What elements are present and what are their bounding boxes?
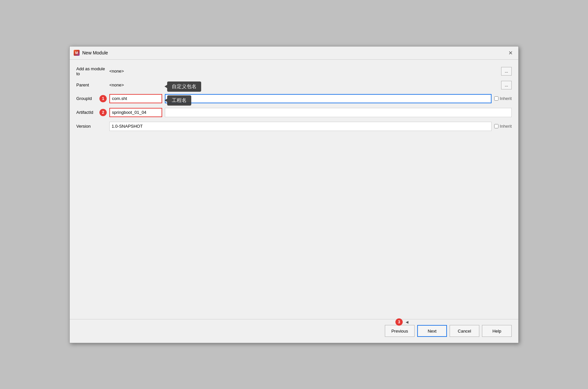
title-left: M New Module (74, 50, 108, 56)
badge-3: 3 (395, 318, 403, 326)
version-label: Version (76, 124, 109, 129)
version-inherit-checkbox[interactable] (494, 124, 498, 128)
groupid-inherit-label: Inherit (494, 96, 512, 101)
previous-button[interactable]: Previous (385, 325, 415, 337)
badge-3-area: 3 ◄ (395, 318, 409, 326)
groupid-input[interactable] (109, 94, 162, 103)
add-as-module-browse-button[interactable]: ... (501, 67, 512, 76)
groupid-inherit-checkbox[interactable] (494, 96, 498, 101)
version-inherit-label: Inherit (494, 124, 512, 129)
parent-value: <none> (109, 82, 501, 87)
groupid-row: GroupId 1 自定义包名 Inherit (76, 94, 512, 103)
artifactid-extension-input[interactable] (165, 108, 512, 117)
add-as-module-value: <none> (109, 69, 501, 74)
artifactid-input-wrapper: 2 工程名 (109, 108, 512, 117)
parent-browse-button[interactable]: ... (501, 81, 512, 89)
app-icon: M (74, 50, 80, 56)
add-as-module-label: Add as module to (76, 66, 109, 76)
cancel-button[interactable]: Cancel (450, 325, 479, 337)
dialog-body: Add as module to <none> ... Parent <none… (70, 60, 518, 319)
parent-label: Parent (76, 82, 109, 87)
arrow-icon: ◄ (405, 319, 409, 325)
groupid-input-wrapper: 1 自定义包名 (109, 94, 492, 103)
help-button[interactable]: Help (482, 325, 512, 337)
version-input[interactable] (109, 122, 492, 131)
parent-row: Parent <none> ... (76, 81, 512, 89)
title-bar: M New Module ✕ (70, 47, 518, 60)
dialog-footer: 3 ◄ Previous Next Cancel Help (70, 319, 518, 343)
dialog-title: New Module (82, 50, 108, 55)
add-as-module-row: Add as module to <none> ... (76, 66, 512, 76)
artifactid-input[interactable] (109, 108, 162, 117)
badge-1: 1 (99, 95, 107, 102)
badge-2: 2 (99, 109, 107, 116)
version-row: Version Inherit (76, 122, 512, 131)
close-button[interactable]: ✕ (506, 49, 514, 57)
next-button[interactable]: Next (417, 325, 447, 337)
version-input-wrapper (109, 122, 492, 131)
artifactid-row: ArtifactId 2 工程名 (76, 108, 512, 117)
groupid-extension-input[interactable] (165, 94, 492, 103)
new-module-dialog: M New Module ✕ Add as module to <none> .… (69, 46, 519, 343)
